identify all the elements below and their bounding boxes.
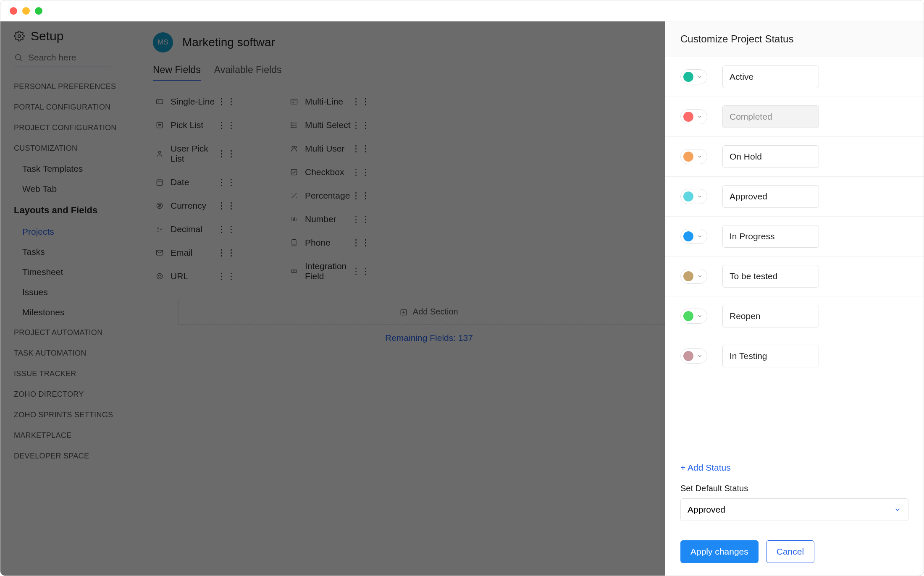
chevron-down-icon <box>697 194 703 199</box>
add-status-button[interactable]: + Add Status <box>680 463 908 473</box>
close-window-icon[interactable] <box>10 7 17 15</box>
chevron-down-icon <box>697 313 703 319</box>
status-row-to-be-tested <box>665 257 924 296</box>
customize-status-drawer: Customize Project Status + Add Status Se… <box>665 21 924 576</box>
status-row-on-hold <box>665 137 924 177</box>
status-color-picker[interactable] <box>680 269 707 284</box>
chevron-down-icon <box>697 353 703 359</box>
default-status-value: Approved <box>688 505 725 515</box>
status-name-input[interactable] <box>722 345 819 367</box>
status-name-input[interactable] <box>722 65 819 88</box>
status-name-input[interactable] <box>722 145 819 168</box>
apply-changes-button[interactable]: Apply changes <box>680 540 759 563</box>
status-name-input[interactable] <box>722 185 819 208</box>
status-color-picker[interactable] <box>680 69 707 84</box>
cancel-button[interactable]: Cancel <box>766 540 814 563</box>
chevron-down-icon <box>697 114 703 120</box>
chevron-down-icon <box>697 233 703 239</box>
maximize-window-icon[interactable] <box>35 7 42 15</box>
color-dot-icon <box>683 191 693 202</box>
color-dot-icon <box>683 351 693 361</box>
status-row-active <box>665 57 924 97</box>
chevron-down-icon <box>697 74 703 80</box>
status-row-reopen <box>665 296 924 336</box>
default-status-select[interactable]: Approved <box>680 498 908 521</box>
status-name-input[interactable] <box>722 265 819 288</box>
status-color-picker[interactable] <box>680 229 707 244</box>
status-color-picker[interactable] <box>680 149 707 164</box>
status-color-picker[interactable] <box>680 189 707 204</box>
status-row-completed <box>665 97 924 137</box>
status-color-picker[interactable] <box>680 348 707 364</box>
chevron-down-icon <box>697 154 703 160</box>
drawer-title: Customize Project Status <box>680 33 908 45</box>
status-color-picker[interactable] <box>680 309 707 324</box>
status-row-in-progress <box>665 217 924 257</box>
status-name-input <box>722 105 819 128</box>
color-dot-icon <box>683 311 693 321</box>
status-color-picker[interactable] <box>680 109 707 124</box>
chevron-down-icon <box>894 506 901 513</box>
color-dot-icon <box>683 231 693 241</box>
status-name-input[interactable] <box>722 225 819 248</box>
color-dot-icon <box>683 72 693 82</box>
window-titlebar <box>0 0 924 21</box>
status-name-input[interactable] <box>722 305 819 327</box>
color-dot-icon <box>683 112 693 122</box>
chevron-down-icon <box>697 273 703 279</box>
status-row-in-testing <box>665 336 924 376</box>
status-row-approved <box>665 177 924 217</box>
color-dot-icon <box>683 271 693 281</box>
minimize-window-icon[interactable] <box>22 7 30 15</box>
color-dot-icon <box>683 152 693 162</box>
default-status-label: Set Default Status <box>680 484 908 493</box>
